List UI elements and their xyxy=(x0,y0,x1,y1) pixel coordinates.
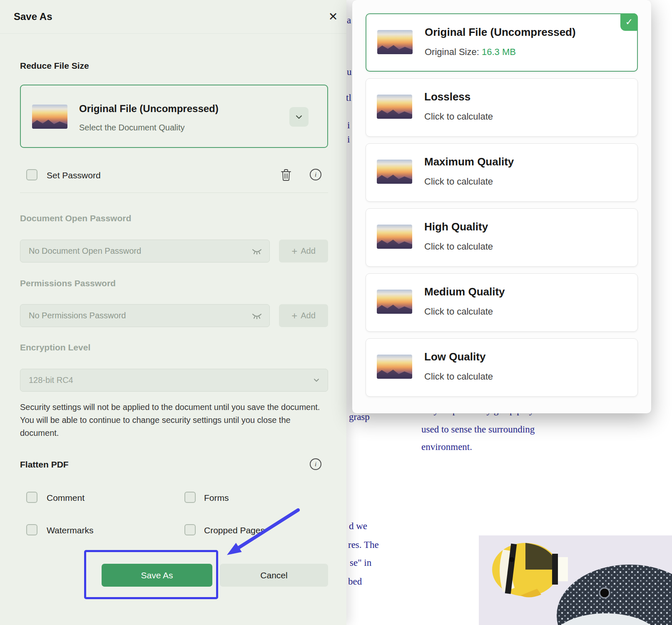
encryption-level-label: Encryption Level xyxy=(20,342,90,352)
quality-thumbnail xyxy=(377,95,412,119)
doc-text-fragment: d we xyxy=(349,521,367,532)
section-divider xyxy=(20,192,328,193)
original-size-label: Original Size: xyxy=(425,47,479,57)
comment-checkbox[interactable] xyxy=(26,492,37,503)
forms-checkbox[interactable] xyxy=(184,492,196,503)
quality-option-lossless[interactable]: Lossless Click to calculate xyxy=(366,78,638,137)
quality-option-title: Original File (Uncompressed) xyxy=(425,26,576,39)
save-as-dialog: Save As ✕ Reduce File Size Original File… xyxy=(0,0,346,625)
flatten-options-row: Comment Forms xyxy=(0,492,346,504)
doc-text-line: used to sense the surrounding xyxy=(421,424,535,435)
dialog-title: Save As xyxy=(14,11,52,22)
quality-thumbnail xyxy=(377,160,412,184)
header-divider xyxy=(0,33,346,34)
forms-label: Forms xyxy=(204,493,229,503)
flatten-pdf-heading: Flatten PDF xyxy=(20,460,69,470)
permissions-password-input[interactable] xyxy=(20,305,269,327)
info-icon[interactable]: i xyxy=(310,169,321,180)
quality-selector-box[interactable]: Original File (Uncompressed) Select the … xyxy=(20,85,328,148)
flatten-options-row: Watermarks Cropped Pages xyxy=(0,524,346,537)
security-note: Security settings will not be applied to… xyxy=(20,401,327,440)
quality-option-maximum[interactable]: Maximum Quality Click to calculate xyxy=(366,143,638,202)
fish-photo-image xyxy=(479,535,672,625)
trash-icon[interactable] xyxy=(280,168,292,182)
quality-option-subtitle: Click to calculate xyxy=(424,176,493,187)
cropped-pages-label: Cropped Pages xyxy=(204,525,265,535)
doc-text-fragment: i xyxy=(347,120,350,131)
permissions-password-label: Permissions Password xyxy=(20,278,116,288)
close-icon[interactable]: ✕ xyxy=(326,9,341,24)
quality-thumbnail xyxy=(377,290,412,314)
quality-option-subtitle: Original Size: 16.3 MB xyxy=(425,47,516,58)
cropped-pages-checkbox[interactable] xyxy=(184,524,196,535)
quality-thumbnail xyxy=(377,355,412,379)
doc-text-fragment: a xyxy=(347,15,351,26)
chevron-down-icon xyxy=(314,378,319,382)
doc-text-fragment: tl xyxy=(346,92,351,103)
comment-label: Comment xyxy=(47,493,85,503)
quality-option-title: Low Quality xyxy=(424,350,485,363)
screenshot-stage: a u tl i i grasp d we res. The se" in be… xyxy=(0,0,672,625)
quality-option-subtitle: Click to calculate xyxy=(424,111,493,122)
cancel-button[interactable]: Cancel xyxy=(220,564,328,587)
info-icon[interactable]: i xyxy=(310,458,321,470)
watermarks-checkbox[interactable] xyxy=(26,524,37,535)
add-button-label: Add xyxy=(301,311,316,320)
check-icon: ✓ xyxy=(625,17,633,28)
doc-text-fragment: res. The xyxy=(348,540,379,550)
save-as-button[interactable]: Save As xyxy=(102,564,212,587)
quality-thumbnail xyxy=(377,225,412,249)
quality-option-high[interactable]: High Quality Click to calculate xyxy=(366,208,638,267)
selected-quality-title: Original File (Uncompressed) xyxy=(79,103,219,115)
quality-option-subtitle: Click to calculate xyxy=(424,306,493,317)
quality-option-title: Lossless xyxy=(424,90,470,103)
document-thumbnail xyxy=(32,105,67,129)
quality-option-medium[interactable]: Medium Quality Click to calculate xyxy=(366,273,638,332)
add-permissions-password-button[interactable]: + Add xyxy=(279,304,328,327)
quality-option-title: High Quality xyxy=(424,220,488,233)
quality-option-subtitle: Click to calculate xyxy=(424,241,493,252)
selected-check-badge: ✓ xyxy=(620,13,638,31)
plus-icon: + xyxy=(291,246,297,256)
eye-closed-icon[interactable] xyxy=(252,313,262,320)
doc-open-password-input[interactable] xyxy=(20,240,269,262)
selected-quality-subtitle: Select the Document Quality xyxy=(79,123,184,132)
quality-dropdown-menu: Original File (Uncompressed) Original Si… xyxy=(352,0,651,413)
doc-text-fragment: i xyxy=(347,134,350,145)
watermarks-label: Watermarks xyxy=(47,525,93,535)
eye-closed-icon[interactable] xyxy=(252,248,262,255)
set-password-label: Set Password xyxy=(47,170,101,180)
add-doc-open-password-button[interactable]: + Add xyxy=(279,240,328,262)
doc-text-fragment: se" in xyxy=(350,558,371,568)
doc-open-password-label: Document Open Password xyxy=(20,213,131,223)
set-password-row: Set Password i xyxy=(0,166,346,187)
reduce-file-size-heading: Reduce File Size xyxy=(20,61,89,71)
set-password-checkbox[interactable] xyxy=(26,169,37,180)
quality-option-subtitle: Click to calculate xyxy=(424,371,493,382)
quality-thumbnail xyxy=(377,30,413,54)
quality-option-title: Medium Quality xyxy=(424,285,505,298)
quality-dropdown-button[interactable] xyxy=(289,107,309,127)
quality-option-low[interactable]: Low Quality Click to calculate xyxy=(366,338,638,397)
permissions-password-field[interactable] xyxy=(20,304,270,327)
add-button-label: Add xyxy=(301,246,316,256)
quality-option-original[interactable]: Original File (Uncompressed) Original Si… xyxy=(366,13,638,72)
plus-icon: + xyxy=(291,311,297,321)
encryption-level-value: 128-bit RC4 xyxy=(29,375,73,385)
chevron-down-icon xyxy=(296,115,302,119)
doc-text-fragment: bed xyxy=(348,576,362,587)
doc-open-password-field[interactable] xyxy=(20,240,270,262)
quality-option-title: Maximum Quality xyxy=(424,155,514,168)
encryption-level-select[interactable]: 128-bit RC4 xyxy=(20,369,328,392)
doc-text-line: environment. xyxy=(421,442,472,452)
doc-text-fragment: u xyxy=(347,67,352,78)
original-size-value: 16.3 MB xyxy=(482,47,516,57)
